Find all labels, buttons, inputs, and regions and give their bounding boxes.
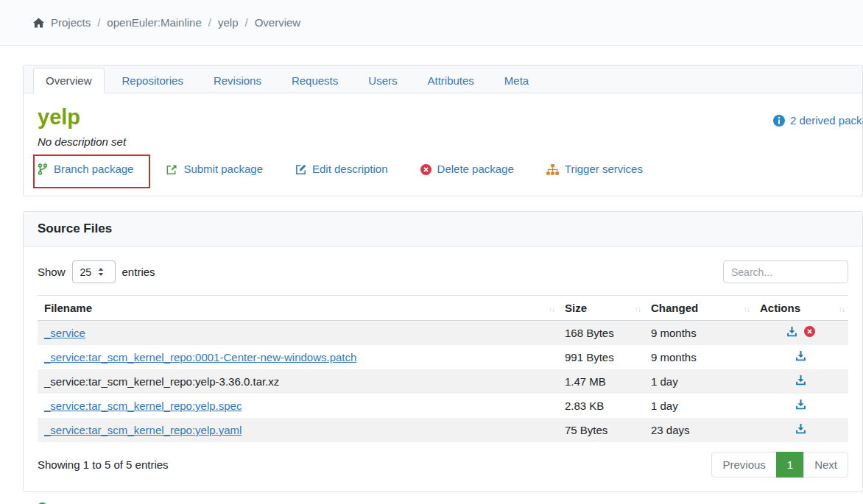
page-title: yelp	[38, 104, 848, 130]
breadcrumb-separator: /	[208, 16, 211, 29]
package-tabs: Overview Repositories Revisions Requests…	[24, 65, 862, 93]
search-input[interactable]	[723, 260, 848, 283]
pagination-page-1[interactable]: 1	[776, 452, 804, 478]
tab-users[interactable]: Users	[356, 68, 409, 93]
breadcrumb-bar: Projects / openEuler:Mainline / yelp / O…	[0, 0, 863, 46]
source-files-table: Filename ↑↓ Size ↑↓ Changed ↑↓ Actions	[38, 295, 848, 442]
breadcrumb-separator: /	[97, 16, 100, 29]
delete-package-label: Delete package	[437, 162, 514, 177]
edit-description-label: Edit description	[312, 162, 388, 177]
breadcrumb-projects[interactable]: Projects	[51, 16, 91, 29]
branch-package-label: Branch package	[54, 162, 133, 177]
delete-file-icon[interactable]	[804, 326, 815, 337]
file-changed: 9 months	[644, 345, 753, 369]
info-icon	[773, 115, 785, 127]
file-size: 1.47 MB	[558, 369, 644, 394]
breadcrumb-project[interactable]: openEuler:Mainline	[107, 16, 201, 29]
home-icon[interactable]	[33, 18, 44, 28]
file-size: 75 Bytes	[558, 418, 644, 442]
sort-icon: ↑↓	[635, 302, 641, 316]
submit-package-label: Submit package	[183, 162, 263, 177]
sort-icon: ↑↓	[839, 302, 845, 316]
source-files-card: Source Files Show 25 entries Fi	[23, 211, 863, 492]
trigger-services-button[interactable]: Trigger services	[546, 162, 643, 177]
column-header-actions[interactable]: Actions ↑↓	[753, 296, 848, 321]
package-card-body: yelp No description set Branch package S…	[24, 93, 862, 196]
add-file-label: Add file	[54, 501, 91, 504]
download-icon[interactable]	[795, 399, 806, 410]
table-row: _service:tar_scm_kernel_repo:yelp.spec 2…	[38, 394, 848, 418]
tab-overview[interactable]: Overview	[33, 68, 105, 93]
column-header-filename[interactable]: Filename ↑↓	[38, 296, 558, 321]
package-actions: Branch package Submit package Edit descr…	[38, 162, 848, 177]
download-icon[interactable]	[795, 350, 806, 361]
breadcrumb-current: Overview	[255, 16, 301, 29]
derived-packages-link[interactable]: 2 derived packages	[773, 114, 863, 127]
file-size: 168 Bytes	[558, 321, 644, 346]
table-row: _service:tar_scm_kernel_repo:yelp-3.36.0…	[38, 369, 848, 394]
table-controls: Show 25 entries	[38, 260, 848, 283]
table-footer: Showing 1 to 5 of 5 entries Previous 1 N…	[38, 452, 848, 478]
derived-packages-label: 2 derived packages	[790, 114, 863, 127]
trigger-services-label: Trigger services	[565, 162, 643, 177]
file-link[interactable]: _service:tar_scm_kernel_repo:yelp.spec	[44, 400, 242, 412]
main-content: Overview Repositories Revisions Requests…	[0, 46, 863, 504]
code-branch-icon	[38, 163, 48, 175]
branch-package-button[interactable]: Branch package	[38, 162, 133, 177]
entries-summary: Showing 1 to 5 of 5 entries	[38, 458, 169, 471]
page-size-value: 25	[80, 266, 92, 278]
file-link[interactable]: _service	[44, 327, 85, 339]
breadcrumb: Projects / openEuler:Mainline / yelp / O…	[33, 16, 300, 29]
table-row: _service:tar_scm_kernel_repo:yelp.yaml 7…	[38, 418, 848, 442]
tab-requests[interactable]: Requests	[279, 68, 351, 93]
services-sitemap-icon	[546, 164, 559, 175]
file-size: 2.83 KB	[558, 394, 644, 418]
package-card: Overview Repositories Revisions Requests…	[23, 65, 863, 196]
download-icon[interactable]	[786, 326, 797, 337]
select-stepper-icon	[98, 268, 104, 276]
delete-package-button[interactable]: Delete package	[420, 162, 514, 177]
table-row: _service:tar_scm_kernel_repo:0001-Center…	[38, 345, 848, 369]
pagination-next[interactable]: Next	[803, 452, 848, 478]
edit-description-button[interactable]: Edit description	[295, 162, 388, 177]
file-changed: 1 day	[644, 394, 753, 418]
source-files-body: Show 25 entries Filename ↑↓	[24, 246, 862, 491]
show-label: Show	[38, 266, 66, 278]
edit-icon	[295, 164, 306, 175]
file-name-plain: _service:tar_scm_kernel_repo:yelp-3.36.0…	[44, 375, 279, 388]
submit-package-icon	[166, 164, 177, 175]
source-files-title: Source Files	[24, 212, 862, 246]
page-size-control: Show 25 entries	[38, 260, 155, 283]
delete-circle-icon	[420, 164, 432, 175]
file-link[interactable]: _service:tar_scm_kernel_repo:yelp.yaml	[44, 424, 242, 436]
file-link[interactable]: _service:tar_scm_kernel_repo:0001-Center…	[44, 351, 356, 363]
breadcrumb-package[interactable]: yelp	[218, 16, 239, 29]
package-description: No description set	[38, 135, 848, 149]
file-changed: 1 day	[644, 369, 753, 394]
column-header-size[interactable]: Size ↑↓	[558, 296, 644, 321]
tab-attributes[interactable]: Attributes	[415, 68, 486, 93]
entries-label: entries	[122, 266, 155, 278]
tab-revisions[interactable]: Revisions	[201, 68, 274, 93]
sort-icon: ↑↓	[744, 302, 750, 316]
add-file-button[interactable]: Add file	[37, 501, 91, 504]
download-icon[interactable]	[795, 375, 806, 386]
pagination: Previous 1 Next	[711, 452, 848, 478]
column-header-changed[interactable]: Changed ↑↓	[644, 296, 753, 321]
breadcrumb-separator: /	[244, 16, 247, 29]
submit-package-button[interactable]: Submit package	[166, 162, 263, 177]
table-row: _service 168 Bytes 9 months	[38, 321, 848, 346]
tab-repositories[interactable]: Repositories	[110, 68, 196, 93]
pagination-previous[interactable]: Previous	[711, 452, 776, 478]
file-size: 991 Bytes	[558, 345, 644, 369]
page-size-select[interactable]: 25	[72, 260, 116, 283]
file-changed: 9 months	[644, 321, 753, 346]
download-icon[interactable]	[795, 423, 806, 434]
table-header-row: Filename ↑↓ Size ↑↓ Changed ↑↓ Actions	[38, 296, 848, 321]
file-changed: 23 days	[644, 418, 753, 442]
sort-icon: ↑↓	[549, 302, 554, 316]
tab-meta[interactable]: Meta	[492, 68, 541, 93]
